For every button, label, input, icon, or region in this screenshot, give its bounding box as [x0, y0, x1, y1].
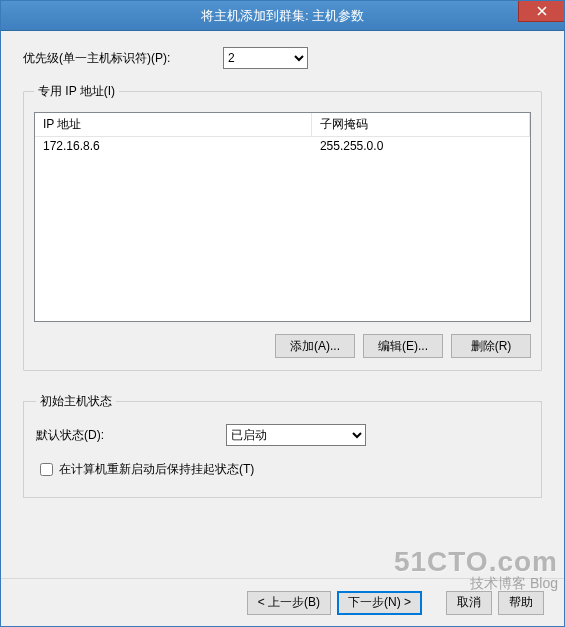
- wizard-footer: < 上一步(B) 下一步(N) > 取消 帮助: [1, 578, 564, 626]
- close-icon: [537, 6, 547, 16]
- dedicated-ip-legend: 专用 IP 地址(I): [34, 83, 119, 100]
- watermark-line1: 51CTO.com: [394, 548, 558, 576]
- cancel-button[interactable]: 取消: [446, 591, 492, 615]
- ip-table-header-row: IP 地址 子网掩码: [35, 113, 530, 137]
- close-button[interactable]: [518, 1, 564, 22]
- retain-suspended-row: 在计算机重新启动后保持挂起状态(T): [36, 460, 529, 479]
- cell-subnet-mask: 255.255.0.0: [312, 137, 530, 156]
- edit-button[interactable]: 编辑(E)...: [363, 334, 443, 358]
- priority-label: 优先级(单一主机标识符)(P):: [23, 50, 223, 67]
- priority-select[interactable]: 2: [223, 47, 308, 69]
- dialog-window: 将主机添加到群集: 主机参数 优先级(单一主机标识符)(P): 2 专用 IP …: [0, 0, 565, 627]
- default-state-label: 默认状态(D):: [36, 427, 226, 444]
- col-ip-address[interactable]: IP 地址: [35, 113, 312, 137]
- table-row[interactable]: 172.16.8.6 255.255.0.0: [35, 137, 530, 156]
- back-button[interactable]: < 上一步(B): [247, 591, 331, 615]
- retain-suspended-label[interactable]: 在计算机重新启动后保持挂起状态(T): [59, 461, 254, 478]
- window-title: 将主机添加到群集: 主机参数: [1, 7, 564, 25]
- dialog-body: 优先级(单一主机标识符)(P): 2 专用 IP 地址(I) IP 地址 子网掩…: [1, 31, 564, 626]
- remove-button[interactable]: 删除(R): [451, 334, 531, 358]
- titlebar: 将主机添加到群集: 主机参数: [1, 1, 564, 31]
- ip-table-container: IP 地址 子网掩码 172.16.8.6 255.255.0.0: [34, 112, 531, 322]
- dedicated-ip-group: 专用 IP 地址(I) IP 地址 子网掩码 172.16.8.6 255.25…: [23, 83, 542, 371]
- retain-suspended-checkbox[interactable]: [40, 463, 53, 476]
- cell-ip-address: 172.16.8.6: [35, 137, 312, 156]
- col-subnet-mask[interactable]: 子网掩码: [312, 113, 530, 137]
- default-state-select[interactable]: 已启动: [226, 424, 366, 446]
- help-button[interactable]: 帮助: [498, 591, 544, 615]
- initial-host-state-legend: 初始主机状态: [36, 393, 116, 410]
- initial-host-state-group: 初始主机状态 默认状态(D): 已启动 在计算机重新启动后保持挂起状态(T): [23, 393, 542, 498]
- default-state-row: 默认状态(D): 已启动: [36, 424, 529, 446]
- next-button[interactable]: 下一步(N) >: [337, 591, 422, 615]
- ip-table: IP 地址 子网掩码 172.16.8.6 255.255.0.0: [35, 113, 530, 155]
- priority-row: 优先级(单一主机标识符)(P): 2: [23, 47, 542, 69]
- add-button[interactable]: 添加(A)...: [275, 334, 355, 358]
- ip-buttons-row: 添加(A)... 编辑(E)... 删除(R): [34, 334, 531, 358]
